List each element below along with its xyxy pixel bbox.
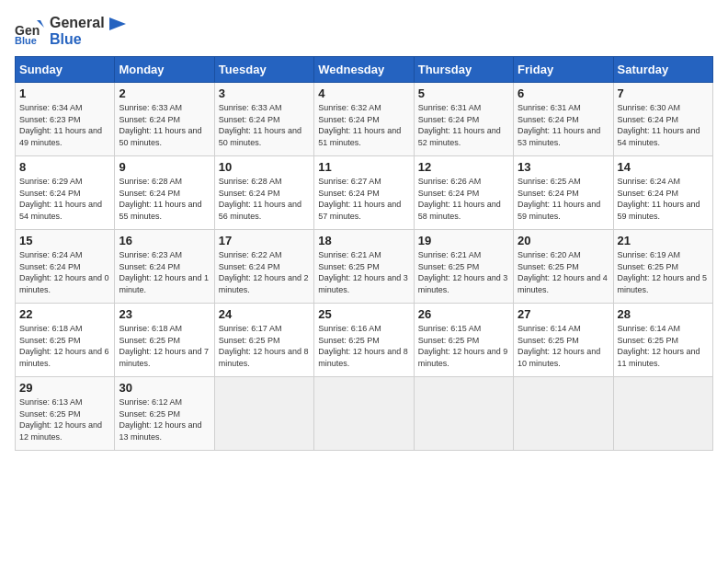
week-row-2: 8Sunrise: 6:29 AMSunset: 6:24 PMDaylight… xyxy=(16,156,713,230)
calendar-cell: 26Sunrise: 6:15 AMSunset: 6:25 PMDayligh… xyxy=(414,304,513,377)
calendar-cell: 6Sunrise: 6:31 AMSunset: 6:24 PMDaylight… xyxy=(514,83,613,156)
day-number: 18 xyxy=(318,234,409,247)
calendar-cell: 12Sunrise: 6:26 AMSunset: 6:24 PMDayligh… xyxy=(414,156,513,230)
day-number: 23 xyxy=(119,307,210,321)
day-number: 8 xyxy=(19,160,110,174)
day-info: Sunrise: 6:15 AMSunset: 6:25 PMDaylight:… xyxy=(418,323,509,369)
day-info: Sunrise: 6:12 AMSunset: 6:25 PMDaylight:… xyxy=(119,396,210,442)
svg-text:Blue: Blue xyxy=(15,35,37,46)
calendar-cell: 10Sunrise: 6:28 AMSunset: 6:24 PMDayligh… xyxy=(214,156,313,230)
day-number: 16 xyxy=(119,234,210,247)
col-header-sunday: Sunday xyxy=(16,57,115,83)
calendar-cell: 28Sunrise: 6:14 AMSunset: 6:25 PMDayligh… xyxy=(613,304,712,377)
day-number: 17 xyxy=(219,234,310,247)
day-info: Sunrise: 6:14 AMSunset: 6:25 PMDaylight:… xyxy=(518,323,609,369)
calendar-cell: 21Sunrise: 6:19 AMSunset: 6:25 PMDayligh… xyxy=(613,230,712,304)
day-info: Sunrise: 6:28 AMSunset: 6:24 PMDaylight:… xyxy=(119,176,210,222)
day-number: 5 xyxy=(418,86,509,100)
day-number: 11 xyxy=(318,160,409,174)
calendar-cell: 30Sunrise: 6:12 AMSunset: 6:25 PMDayligh… xyxy=(115,377,214,451)
logo-icon: Gen Blue xyxy=(15,17,44,46)
col-header-tuesday: Tuesday xyxy=(214,57,313,83)
col-header-wednesday: Wednesday xyxy=(314,57,414,83)
calendar-cell: 29Sunrise: 6:13 AMSunset: 6:25 PMDayligh… xyxy=(16,377,115,451)
day-number: 4 xyxy=(318,86,409,100)
day-number: 9 xyxy=(119,160,210,174)
day-info: Sunrise: 6:19 AMSunset: 6:25 PMDaylight:… xyxy=(618,249,709,295)
calendar-cell: 19Sunrise: 6:21 AMSunset: 6:25 PMDayligh… xyxy=(414,230,513,304)
col-header-monday: Monday xyxy=(115,57,214,83)
day-info: Sunrise: 6:21 AMSunset: 6:25 PMDaylight:… xyxy=(318,249,409,295)
calendar-cell: 7Sunrise: 6:30 AMSunset: 6:24 PMDaylight… xyxy=(613,83,712,156)
calendar-cell: 17Sunrise: 6:22 AMSunset: 6:24 PMDayligh… xyxy=(214,230,313,304)
day-info: Sunrise: 6:33 AMSunset: 6:24 PMDaylight:… xyxy=(219,102,310,148)
header-row: SundayMondayTuesdayWednesdayThursdayFrid… xyxy=(16,57,713,83)
calendar-cell: 25Sunrise: 6:16 AMSunset: 6:25 PMDayligh… xyxy=(314,304,414,377)
col-header-friday: Friday xyxy=(514,57,613,83)
day-info: Sunrise: 6:14 AMSunset: 6:25 PMDaylight:… xyxy=(618,323,709,369)
day-info: Sunrise: 6:20 AMSunset: 6:25 PMDaylight:… xyxy=(518,249,609,295)
svg-marker-3 xyxy=(109,17,126,30)
day-number: 21 xyxy=(618,234,709,247)
day-info: Sunrise: 6:24 AMSunset: 6:24 PMDaylight:… xyxy=(19,249,110,295)
day-info: Sunrise: 6:22 AMSunset: 6:24 PMDaylight:… xyxy=(219,249,310,295)
calendar-page: Gen Blue General Blue SundayMondayTue xyxy=(0,0,728,563)
day-number: 15 xyxy=(19,234,110,247)
day-info: Sunrise: 6:30 AMSunset: 6:24 PMDaylight:… xyxy=(618,102,709,148)
day-info: Sunrise: 6:25 AMSunset: 6:24 PMDaylight:… xyxy=(518,176,609,222)
calendar-cell: 16Sunrise: 6:23 AMSunset: 6:24 PMDayligh… xyxy=(115,230,214,304)
day-info: Sunrise: 6:18 AMSunset: 6:25 PMDaylight:… xyxy=(19,323,110,369)
calendar-cell: 3Sunrise: 6:33 AMSunset: 6:24 PMDaylight… xyxy=(214,83,313,156)
day-number: 6 xyxy=(518,86,609,100)
day-info: Sunrise: 6:28 AMSunset: 6:24 PMDaylight:… xyxy=(219,176,310,222)
day-info: Sunrise: 6:26 AMSunset: 6:24 PMDaylight:… xyxy=(418,176,509,222)
calendar-cell: 13Sunrise: 6:25 AMSunset: 6:24 PMDayligh… xyxy=(514,156,613,230)
day-info: Sunrise: 6:31 AMSunset: 6:24 PMDaylight:… xyxy=(518,102,609,148)
calendar-cell: 18Sunrise: 6:21 AMSunset: 6:25 PMDayligh… xyxy=(314,230,414,304)
day-number: 27 xyxy=(518,307,609,321)
calendar-cell xyxy=(414,377,513,451)
calendar-cell: 2Sunrise: 6:33 AMSunset: 6:24 PMDaylight… xyxy=(115,83,214,156)
day-info: Sunrise: 6:33 AMSunset: 6:24 PMDaylight:… xyxy=(119,102,210,148)
col-header-thursday: Thursday xyxy=(414,57,513,83)
day-info: Sunrise: 6:17 AMSunset: 6:25 PMDaylight:… xyxy=(219,323,310,369)
calendar-cell: 15Sunrise: 6:24 AMSunset: 6:24 PMDayligh… xyxy=(16,230,115,304)
day-info: Sunrise: 6:13 AMSunset: 6:25 PMDaylight:… xyxy=(19,396,110,442)
day-number: 10 xyxy=(219,160,310,174)
calendar-table: SundayMondayTuesdayWednesdayThursdayFrid… xyxy=(15,56,713,451)
day-info: Sunrise: 6:27 AMSunset: 6:24 PMDaylight:… xyxy=(318,176,409,222)
day-info: Sunrise: 6:16 AMSunset: 6:25 PMDaylight:… xyxy=(318,323,409,369)
day-number: 2 xyxy=(119,86,210,100)
day-info: Sunrise: 6:24 AMSunset: 6:24 PMDaylight:… xyxy=(618,176,709,222)
week-row-4: 22Sunrise: 6:18 AMSunset: 6:25 PMDayligh… xyxy=(16,304,713,377)
day-number: 14 xyxy=(618,160,709,174)
calendar-cell: 24Sunrise: 6:17 AMSunset: 6:25 PMDayligh… xyxy=(214,304,313,377)
day-info: Sunrise: 6:29 AMSunset: 6:24 PMDaylight:… xyxy=(19,176,110,222)
day-number: 3 xyxy=(219,86,310,100)
week-row-3: 15Sunrise: 6:24 AMSunset: 6:24 PMDayligh… xyxy=(16,230,713,304)
logo: Gen Blue General Blue xyxy=(15,15,126,47)
day-number: 12 xyxy=(418,160,509,174)
calendar-cell: 22Sunrise: 6:18 AMSunset: 6:25 PMDayligh… xyxy=(16,304,115,377)
calendar-cell xyxy=(314,377,414,451)
day-info: Sunrise: 6:23 AMSunset: 6:24 PMDaylight:… xyxy=(119,249,210,295)
day-number: 7 xyxy=(618,86,709,100)
day-number: 25 xyxy=(318,307,409,321)
calendar-cell: 23Sunrise: 6:18 AMSunset: 6:25 PMDayligh… xyxy=(115,304,214,377)
day-info: Sunrise: 6:32 AMSunset: 6:24 PMDaylight:… xyxy=(318,102,409,148)
day-number: 20 xyxy=(518,234,609,247)
day-number: 28 xyxy=(618,307,709,321)
header: Gen Blue General Blue xyxy=(15,15,713,47)
week-row-1: 1Sunrise: 6:34 AMSunset: 6:23 PMDaylight… xyxy=(16,83,713,156)
calendar-cell: 14Sunrise: 6:24 AMSunset: 6:24 PMDayligh… xyxy=(613,156,712,230)
day-number: 19 xyxy=(418,234,509,247)
week-row-5: 29Sunrise: 6:13 AMSunset: 6:25 PMDayligh… xyxy=(16,377,713,451)
day-number: 13 xyxy=(518,160,609,174)
day-number: 1 xyxy=(19,86,110,100)
calendar-cell: 5Sunrise: 6:31 AMSunset: 6:24 PMDaylight… xyxy=(414,83,513,156)
calendar-cell: 8Sunrise: 6:29 AMSunset: 6:24 PMDaylight… xyxy=(16,156,115,230)
calendar-cell: 11Sunrise: 6:27 AMSunset: 6:24 PMDayligh… xyxy=(314,156,414,230)
day-number: 29 xyxy=(19,381,110,395)
calendar-cell xyxy=(613,377,712,451)
day-info: Sunrise: 6:31 AMSunset: 6:24 PMDaylight:… xyxy=(418,102,509,148)
